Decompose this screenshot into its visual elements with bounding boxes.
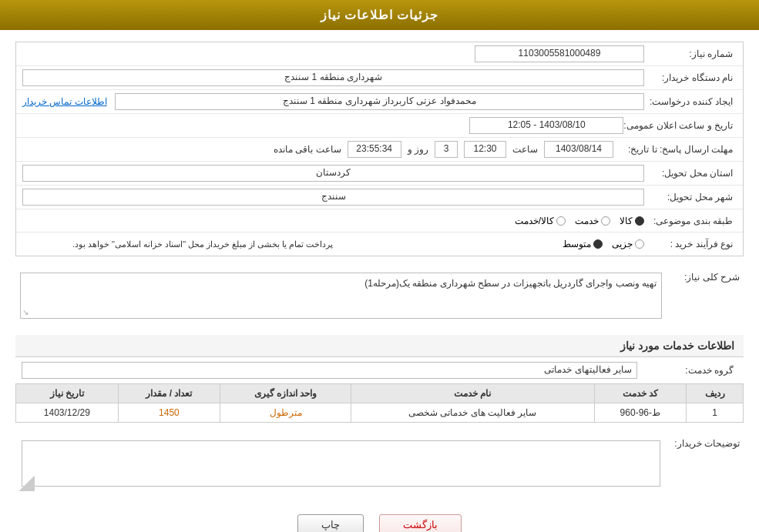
response-time-label: ساعت <box>512 144 538 155</box>
radio-kala <box>635 216 644 226</box>
buyer-desc-section: توضیحات خریدار: <box>15 434 744 495</box>
purchase-note: پرداخت تمام یا بخشی از مبلغ خریداز محل "… <box>22 239 334 249</box>
request-number-value: 1103005581000489 <box>475 45 644 62</box>
narration-section: شرح کلی نیاز: تهیه ونصب واجرای گاردریل ب… <box>15 268 744 323</box>
response-remaining-value: 23:55:34 <box>348 141 401 158</box>
back-button[interactable]: بازگشت <box>379 514 462 532</box>
response-deadline-label: مهلت ارسال پاسخ: تا تاریخ: <box>613 144 737 155</box>
radio-kala-khedmat <box>556 216 566 226</box>
col-quantity: تعداد / مقدار <box>118 384 220 403</box>
narration-value: تهیه ونصب واجرای گاردریل باتجهیزات در سط… <box>20 273 662 319</box>
services-section-title: اطلاعات خدمات مورد نیاز <box>15 335 744 357</box>
buyer-desc-area <box>15 434 667 495</box>
col-unit: واحد اندازه گیری <box>220 384 351 403</box>
action-buttons: بازگشت چاپ <box>15 503 744 532</box>
announce-date-label: تاریخ و ساعت اعلان عمومی: <box>623 120 737 131</box>
cell-unit: مترطول <box>220 403 351 423</box>
category-row: طبقه بندی موضوعی: کالا خدمت کالا/خدمت <box>16 209 743 233</box>
purchase-type-label: نوع فرآیند خرید : <box>644 239 737 249</box>
radio-khedmat <box>601 216 610 226</box>
col-row-num: ردیف <box>687 384 744 403</box>
buyer-org-label: نام دستگاه خریدار: <box>644 72 737 83</box>
table-header-row: ردیف کد خدمت نام خدمت واحد اندازه گیری ت… <box>16 384 744 403</box>
buyer-org-row: نام دستگاه خریدار: شهرداری منطقه 1 سنندج <box>16 66 743 90</box>
narration-wrapper: تهیه ونصب واجرای گاردریل باتجهیزات در سط… <box>15 268 667 323</box>
request-number-row: شماره نیاز: 1103005581000489 <box>16 42 743 66</box>
cell-quantity: 1450 <box>118 403 220 423</box>
cell-service-name: سایر فعالیت های خدماتی شخصی <box>351 403 595 423</box>
content-area: شماره نیاز: 1103005581000489 نام دستگاه … <box>0 30 759 532</box>
city-value: سنندج <box>22 189 644 206</box>
response-time-value: 12:30 <box>464 141 506 158</box>
category-khedmat-label: خدمت <box>575 216 599 226</box>
cell-service-code: ط-96-960 <box>594 403 686 423</box>
cell-row-num: 1 <box>687 403 744 423</box>
city-label: شهر محل تحویل: <box>644 192 737 202</box>
response-day-label: روز و <box>408 144 428 155</box>
category-option-kala-khedmat: کالا/خدمت <box>515 216 566 226</box>
announce-date-value: 1403/08/10 - 12:05 <box>469 117 623 134</box>
cell-date: 1403/12/29 <box>16 403 119 423</box>
buyer-desc-textarea[interactable] <box>22 440 660 487</box>
purchase-type-row: نوع فرآیند خرید : جزیی متوسط پرداخت تمام… <box>16 233 743 256</box>
category-option-khedmat: خدمت <box>575 216 610 226</box>
radio-motevaset <box>593 239 603 249</box>
response-deadline-group: 1403/08/14 ساعت 12:30 3 روز و 23:55:34 س… <box>22 141 613 158</box>
radio-jozii <box>635 239 644 249</box>
main-info-section: شماره نیاز: 1103005581000489 نام دستگاه … <box>15 42 744 256</box>
response-date-value: 1403/08/14 <box>544 141 613 158</box>
requester-value: محمدفواد عزتی کاربرداز شهرداری منطقه 1 س… <box>115 93 644 110</box>
services-table-section: ردیف کد خدمت نام خدمت واحد اندازه گیری ت… <box>15 383 744 423</box>
print-button[interactable]: چاپ <box>297 514 364 532</box>
requester-row: ایجاد کننده درخواست: محمدفواد عزتی کاربر… <box>16 90 743 114</box>
narration-label: شرح کلی نیاز: <box>674 268 744 283</box>
page-wrapper: جزئیات اطلاعات نیاز شماره نیاز: 11030055… <box>0 0 759 532</box>
service-group-value: سایر فعالیتهای خدماتی <box>22 362 637 379</box>
province-row: استان محل تحویل: کردستان <box>16 162 743 186</box>
province-label: استان محل تحویل: <box>644 168 737 179</box>
province-value: کردستان <box>22 165 644 182</box>
response-days-value: 3 <box>435 141 458 158</box>
buyer-desc-wrapper <box>15 434 667 495</box>
purchase-jozii-label: جزیی <box>612 239 633 249</box>
page-title: جزئیات اطلاعات نیاز <box>321 8 439 22</box>
category-option-kala: کالا <box>620 216 644 226</box>
category-kala-label: کالا <box>620 216 633 226</box>
table-row: 1 ط-96-960 سایر فعالیت های خدماتی شخصی م… <box>16 403 744 423</box>
col-service-name: نام خدمت <box>351 384 595 403</box>
col-date: تاریخ نیاز <box>16 384 119 403</box>
purchase-motevaset: متوسط <box>563 239 603 249</box>
response-remaining-label: ساعت باقی مانده <box>274 144 341 155</box>
category-options: کالا خدمت کالا/خدمت <box>22 216 644 226</box>
page-header: جزئیات اطلاعات نیاز <box>0 0 759 30</box>
request-number-label: شماره نیاز: <box>644 49 737 59</box>
services-table: ردیف کد خدمت نام خدمت واحد اندازه گیری ت… <box>15 383 744 423</box>
purchase-motevaset-label: متوسط <box>563 239 591 249</box>
col-service-code: کد خدمت <box>594 384 686 403</box>
response-deadline-row: مهلت ارسال پاسخ: تا تاریخ: 1403/08/14 سا… <box>16 138 743 162</box>
category-kala-khedmat-label: کالا/خدمت <box>515 216 554 226</box>
requester-contact-link[interactable]: اطلاعات تماس خریدار <box>22 96 107 107</box>
service-group-label: گروه خدمت: <box>645 365 737 376</box>
service-group-row: گروه خدمت: سایر فعالیتهای خدماتی <box>15 357 744 383</box>
announce-date-row: تاریخ و ساعت اعلان عمومی: 1403/08/10 - 1… <box>16 114 743 138</box>
city-row: شهر محل تحویل: سنندج <box>16 186 743 209</box>
buyer-org-value: شهرداری منطقه 1 سنندج <box>22 69 644 86</box>
category-label: طبقه بندی موضوعی: <box>644 216 737 226</box>
requester-label: ایجاد کننده درخواست: <box>644 96 737 107</box>
purchase-jozii: جزیی <box>612 239 644 249</box>
purchase-type-options: جزیی متوسط <box>334 239 645 249</box>
buyer-desc-label: توضیحات خریدار: <box>674 434 744 449</box>
